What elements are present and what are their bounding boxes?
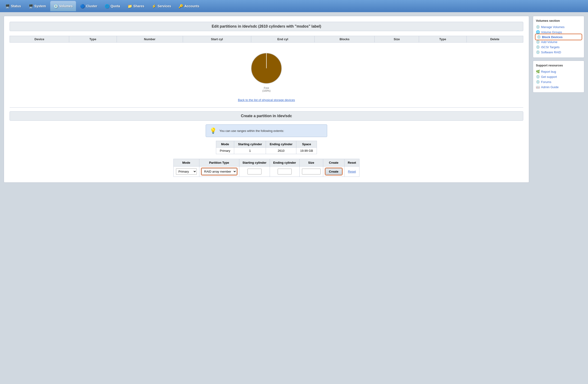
starting-cylinder-td: 1 <box>239 166 270 177</box>
services-icon: ⚡ <box>152 4 156 8</box>
partition-table: DeviceTypeNumberStart cylEnd cylBlocksSi… <box>10 36 523 43</box>
bulb-icon: 💡 <box>210 127 217 134</box>
edit-header-text: Edit partitions in /dev/sdc (2610 cylind… <box>212 24 321 28</box>
manage-volumes-icon: 💿 <box>536 25 540 29</box>
accounts-icon: 🔑 <box>179 4 183 8</box>
partition-col-type: Type <box>419 36 466 43</box>
software-raid-icon: 💿 <box>536 50 540 54</box>
extents-space-cell: 19.99 GB <box>296 148 317 154</box>
sidebar-link-admin-guide[interactable]: 📖Admin Guide <box>536 84 581 90</box>
shares-icon: 📁 <box>127 4 132 8</box>
section-divider <box>10 107 523 108</box>
create-td: Create <box>323 166 344 177</box>
partition-col-number: Number <box>117 36 183 43</box>
starting-cylinder-input[interactable]: 1 <box>248 169 262 175</box>
pie-container: Free (100%) <box>10 47 523 94</box>
main-content: Edit partitions in /dev/sdc (2610 cylind… <box>4 16 529 183</box>
reset-td: Reset <box>344 166 359 177</box>
system-icon: 🖥️ <box>28 4 33 8</box>
admin-guide-icon: 📖 <box>536 85 540 89</box>
status-icon: 🖥️ <box>5 4 10 8</box>
sidebar-link-report-bug[interactable]: 🌿Report bug <box>536 69 581 74</box>
partition-col-end-cyl: End cyl <box>251 36 315 43</box>
quota-icon: 🌐 <box>105 4 109 8</box>
partition-col-blocks: Blocks <box>315 36 375 43</box>
create-header-text: Create a partition in /dev/sdc <box>241 114 292 118</box>
partition-col-delete: Delete <box>466 36 523 43</box>
create-partition-table: ModePartition TypeStarting cylinderEndin… <box>173 159 360 177</box>
nav-tab-shares[interactable]: 📁Shares <box>124 1 148 11</box>
report-bug-icon: 🌿 <box>536 70 540 73</box>
sidebar-volumes-section: Volumes section 💿Manage Volumes🌐Volume G… <box>533 16 584 58</box>
partition-col-start-cyl: Start cyl <box>183 36 251 43</box>
sidebar-link-add-volume[interactable]: 💿Add Volume <box>536 39 581 45</box>
mode-td: PrimaryExtendedLogical <box>173 166 199 177</box>
extents-table: ModeStarting cylinderEnding cylinderSpac… <box>216 141 317 154</box>
forums-icon: 💿 <box>536 80 540 84</box>
partition-col-type: Type <box>69 36 117 43</box>
get-support-icon: 💿 <box>536 75 540 79</box>
size-input[interactable]: 19.99 GB <box>302 169 321 175</box>
add-volume-icon: 💿 <box>536 40 540 44</box>
pie-chart <box>250 52 283 85</box>
nav-tab-system[interactable]: 🖥️System <box>25 1 49 11</box>
info-box-text: You can use ranges within the following … <box>219 129 284 133</box>
top-navigation: 🖥️Status🖥️System💿Volumes🔵Cluster🌐Quota📁S… <box>0 0 588 12</box>
sidebar-link-block-devices[interactable]: 💿Block Devices <box>536 35 581 39</box>
partition-type-td: LinuxRAID array memberLinux LVMExtendedF… <box>199 166 239 177</box>
create-col-partition-type: Partition Type <box>199 159 239 166</box>
create-partition-header: Create a partition in /dev/sdc <box>10 111 523 121</box>
sidebar-link-get-support[interactable]: 💿Get support <box>536 74 581 79</box>
volumes-icon: 💿 <box>54 4 58 8</box>
create-col-create: Create <box>323 159 344 166</box>
partition-col-device: Device <box>10 36 69 43</box>
sidebar-link-manage-volumes[interactable]: 💿Manage Volumes <box>536 24 581 29</box>
extents-end-cell: 2610 <box>266 148 296 154</box>
mode-select[interactable]: PrimaryExtendedLogical <box>176 168 197 175</box>
edit-partitions-header: Edit partitions in /dev/sdc (2610 cylind… <box>10 22 523 31</box>
volume-groups-icon: 🌐 <box>536 30 540 34</box>
create-col-starting-cylinder: Starting cylinder <box>239 159 270 166</box>
extents-mode-cell: Primary <box>216 148 234 154</box>
extents-col-space: Space <box>296 141 317 148</box>
partition-col-size: Size <box>375 36 419 43</box>
extents-col-ending-cylinder: Ending cylinder <box>266 141 296 148</box>
nav-tab-services[interactable]: ⚡Services <box>148 1 174 11</box>
size-td: 19.99 GB <box>299 166 323 177</box>
cluster-icon: 🔵 <box>80 4 85 8</box>
back-link-container: Back to the list of physical storage dev… <box>10 94 523 104</box>
create-col-mode: Mode <box>173 159 199 166</box>
back-to-list-link[interactable]: Back to the list of physical storage dev… <box>238 98 295 102</box>
sidebar-link-forums[interactable]: 💿Forums <box>536 79 581 84</box>
nav-tab-status[interactable]: 🖥️Status <box>2 1 24 11</box>
ending-cylinder-td: 2610 <box>270 166 300 177</box>
extents-start-cell: 1 <box>234 148 266 154</box>
partition-type-select[interactable]: LinuxRAID array memberLinux LVMExtendedF… <box>202 168 237 175</box>
sidebar-volumes-title: Volumes section <box>536 19 581 23</box>
sidebar-support-section: Support resources 🌿Report bug💿Get suppor… <box>533 61 584 93</box>
sidebar-link-iscsi-targets[interactable]: 💿iSCSI Targets <box>536 45 581 50</box>
extents-col-starting-cylinder: Starting cylinder <box>234 141 266 148</box>
nav-tab-volumes[interactable]: 💿Volumes <box>50 1 76 11</box>
nav-tab-accounts[interactable]: 🔑Accounts <box>175 1 203 11</box>
create-col-ending-cylinder: Ending cylinder <box>270 159 300 166</box>
block-devices-icon: 💿 <box>537 35 541 39</box>
create-col-size: Size <box>299 159 323 166</box>
reset-link[interactable]: Reset <box>348 170 356 173</box>
create-col-reset: Reset <box>344 159 359 166</box>
extents-col-mode: Mode <box>216 141 234 148</box>
pie-free-label: Free (100%) <box>262 87 270 92</box>
ending-cylinder-input[interactable]: 2610 <box>278 169 292 175</box>
info-box: 💡 You can use ranges within the followin… <box>206 124 327 137</box>
sidebar-link-software-raid[interactable]: 💿Software RAID <box>536 50 581 55</box>
sidebar: Volumes section 💿Manage Volumes🌐Volume G… <box>533 16 584 95</box>
nav-tab-cluster[interactable]: 🔵Cluster <box>77 1 101 11</box>
nav-tab-quota[interactable]: 🌐Quota <box>102 1 123 11</box>
sidebar-link-volume-groups[interactable]: 🌐Volume Groups <box>536 29 581 35</box>
sidebar-support-title: Support resources <box>536 64 581 67</box>
create-button[interactable]: Create <box>326 168 342 175</box>
iscsi-targets-icon: 💿 <box>536 45 540 49</box>
